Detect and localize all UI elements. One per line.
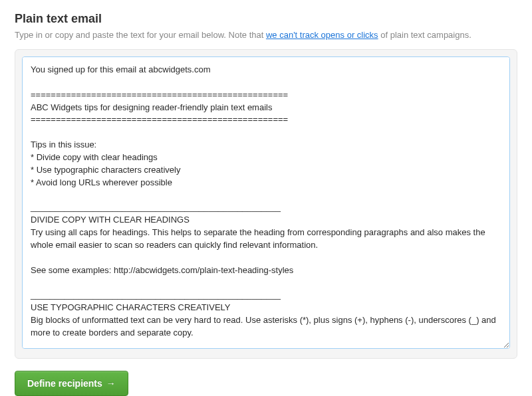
editor-panel: [15, 49, 517, 359]
define-recipients-button[interactable]: Define recipients →: [15, 371, 128, 396]
tracking-info-link[interactable]: we can't track opens or clicks: [266, 30, 378, 40]
page-title: Plain text email: [15, 12, 517, 26]
subtitle-prefix: Type in or copy and paste the text for y…: [15, 30, 266, 40]
define-recipients-label: Define recipients: [27, 378, 102, 389]
subtitle-suffix: of plain text campaigns.: [378, 30, 471, 40]
arrow-right-icon: →: [106, 378, 116, 389]
email-body-textarea[interactable]: [22, 56, 510, 349]
page-subtitle: Type in or copy and paste the text for y…: [15, 30, 517, 40]
